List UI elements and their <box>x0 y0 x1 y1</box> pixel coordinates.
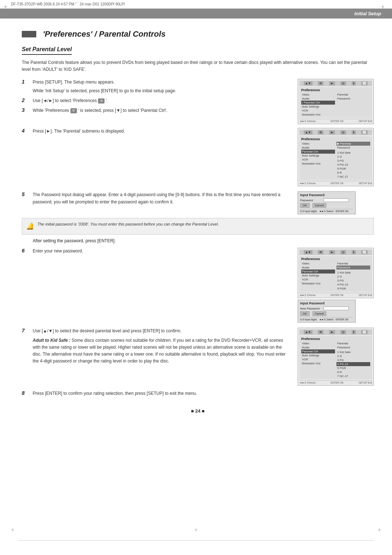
new-pwd-ok[interactable]: OK <box>300 311 310 316</box>
adult-kidsafe-label: Adult to Kid Safe : <box>33 338 70 343</box>
new-pwd-label: New Password <box>300 307 322 310</box>
section-subtitle-text: Set Parental Level <box>22 46 72 55</box>
pref-icon-3: ⚙ <box>70 108 77 113</box>
step-4-content: Press [►]. The 'Parental' submenu is dis… <box>33 128 290 135</box>
right7-3pg: 3 PG <box>336 358 370 362</box>
step-2-block: 2 Use [◄/►] to select 'Preferences ⚙ '. <box>22 97 290 104</box>
step-5-screenshot: Input Password Password OK Cancel 0-9 In… <box>298 191 374 214</box>
menu-video: Video <box>301 93 335 97</box>
right4-3pg: 3 PG <box>336 159 370 163</box>
bottom7-ok: ENTER OK <box>331 381 344 384</box>
menu4-mod: Modulator Out <box>301 162 335 166</box>
bottom4-exit: SETUP Exit <box>359 182 372 185</box>
screen-bottom-4: ◄►S Choose ENTER OK SETUP Exit <box>299 181 372 185</box>
right6-4pg13: 4 PG-13 <box>336 283 370 287</box>
menu4-vcr: VCR <box>301 158 335 162</box>
new-password-dialog: Input Password New Password OK Cancel 0-… <box>298 300 356 323</box>
screen-submenu-4: Video Audio Parental Ctrl Auto Settings … <box>301 142 370 179</box>
screen-preferences-main: ▲▼⚙►◎ℹ⬜ Preferences Video Audio • Parent… <box>298 79 374 124</box>
menu4-video: Video <box>301 142 335 146</box>
menu7-vcr: VCR <box>301 357 335 361</box>
step-3-number: 3 <box>22 107 28 114</box>
screen-right-6: Parental Password 1 Kid Safe 2 G 3 PG 4 … <box>336 262 370 291</box>
screen-bottom-7: ◄►S Choose ENTER OK SETUP Exit <box>299 380 372 384</box>
menu-parental-ctrl: • Parental Ctrl <box>301 101 335 105</box>
screen-bottom-1: ◄►S Choose ENTER OK SETUP Exit <box>299 119 372 122</box>
bottom-exit: SETUP Exit <box>359 120 372 122</box>
bottom6-ok: ENTER OK <box>331 294 344 296</box>
pwd-buttons-5: OK Cancel <box>300 203 353 208</box>
right7-password: Password <box>336 345 370 349</box>
menu4-auto: Auto Settings <box>301 154 335 158</box>
step-6-row: 6 Enter your new password. ▲▼⚙►◎ℹ⬜ Prefe… <box>22 248 374 323</box>
note-icon: 🔔 <box>26 222 34 231</box>
step-7-number: 7 <box>22 328 28 333</box>
step-1-text: Press [SETUP]. The Setup menu appears. <box>33 80 115 85</box>
step-3-content: While 'Preferences ⚙ ' is selected, pres… <box>33 107 290 114</box>
right4-7nc17: 7 NC-17 <box>336 175 370 179</box>
menu6-vcr: VCR <box>301 278 335 281</box>
bottom4-ok: ENTER OK <box>331 182 344 185</box>
right6-3pg: 3 PG <box>336 279 370 283</box>
menu7-video: Video <box>301 341 335 345</box>
screen-body-7: Preferences Video Audio Parental Ctrl Au… <box>299 336 372 379</box>
right7-6r: 6 R <box>336 370 370 374</box>
step-1-number: 1 <box>22 79 28 94</box>
screen-right-7: Parental Password 1 Kid Safe 2 G 3 PG 4 … <box>336 341 370 378</box>
screen-top-6: ▲▼⚙►◎ℹ⬜ <box>299 250 372 255</box>
new-pwd-cancel[interactable]: Cancel <box>313 311 327 316</box>
screen-title-6: Preferences <box>301 257 370 261</box>
step-2-content: Use [◄/►] to select 'Preferences ⚙ '. <box>33 97 290 104</box>
menu-modulator: Modulator Out <box>301 113 335 117</box>
new-pwd-row: New Password <box>300 307 353 310</box>
chapter-title-text: 'Preferences' / Parental Controls <box>43 29 166 39</box>
pwd-ok-5[interactable]: OK <box>300 203 310 208</box>
right6-2g: 2 G <box>336 275 370 279</box>
new-pwd-input[interactable] <box>323 307 349 310</box>
pwd-digits-5: 0-9 Input digits <box>300 210 317 212</box>
step-4-number: 4 <box>22 128 28 135</box>
menu6-audio: Audio <box>301 266 335 270</box>
new-pwd-bottom: 0-9 Input digits ◄►S Select ENTER OK <box>300 317 353 321</box>
reg-mark-br: + <box>378 527 381 533</box>
note-box: 🔔 The initial password is '3308'. You mu… <box>22 218 374 235</box>
menu-auto-settings: Auto Settings <box>301 105 335 109</box>
right7-2g: 2 G <box>336 354 370 358</box>
step-1-sub: While 'Init Setup' is selected, press [E… <box>33 88 290 94</box>
step-6-number: 6 <box>22 248 28 255</box>
menu7-mod: Modulator Out <box>301 361 335 365</box>
right4-4pg13: 4 PG-13 <box>336 163 370 167</box>
right6-parental: Parental <box>336 262 370 266</box>
page-number: ■ 24 ■ <box>22 408 374 414</box>
bottom-ok: ENTER OK <box>331 120 344 122</box>
right4-parental: ▶ Parental <box>336 142 370 146</box>
step-1-row: 1 Press [SETUP]. The Setup menu appears.… <box>22 79 374 124</box>
page-number-value: 24 <box>195 408 200 414</box>
step-7-row: 7 Use [▲/▼] to select the desired parent… <box>22 328 374 386</box>
menu-vcr: VCR <box>301 109 335 113</box>
right4-password: Password <box>336 146 370 150</box>
menu4-parental: Parental Ctrl <box>301 150 335 154</box>
screen-left-4: Video Audio Parental Ctrl Auto Settings … <box>301 142 335 179</box>
step-6-screenshot: ▲▼⚙►◎ℹ⬜ Preferences Video Audio Parental… <box>298 248 374 323</box>
pwd-title-5: Input Password <box>300 193 353 197</box>
right6-5pgr: 5 PGR <box>336 287 370 291</box>
right7-parental: Parental <box>336 341 370 345</box>
new-pwd-digits: 0-9 Input digits <box>300 318 317 321</box>
new-pwd-title: Input Password <box>300 301 353 305</box>
step-3-block: 3 While 'Preferences ⚙ ' is selected, pr… <box>22 107 290 114</box>
menu4-audio: Audio <box>301 146 335 150</box>
pwd-enter-5: ENTER OK <box>336 210 349 212</box>
right6-password: Password <box>336 266 370 270</box>
bottom6-exit: SETUP Exit <box>359 294 372 296</box>
step-1-content: Press [SETUP]. The Setup menu appears. W… <box>33 79 290 94</box>
screen-left-menu: Video Audio • Parental Ctrl Auto Setting… <box>301 93 335 117</box>
reg-mark-bl: + <box>11 527 14 533</box>
step-8-number: 8 <box>22 390 28 396</box>
reg-mark-tl: + <box>4 4 11 11</box>
right7-7nc17: 7 NC-17 <box>336 374 370 378</box>
step-5-row: 5 The Password Input dialog will appear.… <box>22 191 374 214</box>
chapter-title-bar <box>22 31 36 37</box>
pwd-cancel-5[interactable]: Cancel <box>313 203 327 208</box>
pwd-input-5[interactable] <box>323 198 349 202</box>
